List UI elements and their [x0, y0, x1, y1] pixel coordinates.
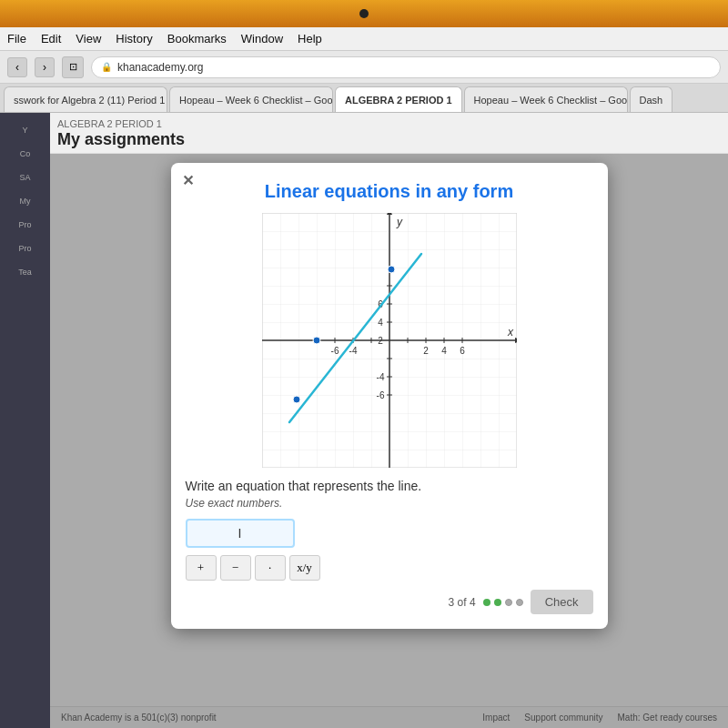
browser-content: Y Co SA My Pro Pro Tea ALGEBRA 2 PERIOD …	[0, 113, 728, 728]
svg-text:-4: -4	[376, 372, 384, 382]
svg-point-32	[313, 337, 320, 344]
answer-input[interactable]: I	[186, 519, 295, 548]
sidebar-item-my[interactable]: My	[0, 191, 50, 211]
forward-button[interactable]: ›	[35, 57, 55, 77]
menu-edit[interactable]: Edit	[41, 32, 61, 46]
sidebar-item-pro1[interactable]: Pro	[0, 215, 50, 235]
progress-text: 3 of 4	[449, 596, 476, 609]
svg-text:6: 6	[460, 346, 465, 356]
menu-history[interactable]: History	[116, 32, 152, 46]
menu-file[interactable]: File	[7, 32, 26, 46]
svg-marker-4	[515, 338, 517, 343]
math-minus-button[interactable]: −	[220, 555, 251, 581]
svg-text:y: y	[396, 216, 403, 228]
svg-text:-4: -4	[349, 346, 357, 356]
page-main-content: ✕ Linear equations in any form	[50, 154, 728, 728]
svg-text:4: 4	[441, 346, 447, 356]
svg-point-34	[293, 396, 300, 403]
page-subheading: ALGEBRA 2 PERIOD 1	[57, 118, 162, 129]
tabs-row: sswork for Algebra 2 (11) Period 1 Hopea…	[0, 84, 728, 113]
svg-point-33	[388, 266, 395, 273]
math-multiply-button[interactable]: ·	[255, 555, 286, 581]
tab-4[interactable]: Dash	[630, 86, 673, 112]
modal: ✕ Linear equations in any form	[171, 163, 608, 629]
menu-window[interactable]: Window	[241, 32, 283, 46]
graph-svg: -6 -4 2 4 6 6 4 2 -4 -6 x	[262, 213, 517, 468]
progress-dots	[483, 599, 523, 606]
address-text: khanacademy.org	[117, 61, 204, 74]
sidebar-item-sa[interactable]: SA	[0, 167, 50, 187]
tab-overview-button[interactable]: ⊡	[62, 56, 84, 78]
svg-text:2: 2	[378, 336, 383, 346]
back-button[interactable]: ‹	[7, 57, 27, 77]
sidebar-item-co[interactable]: Co	[0, 144, 50, 164]
page-heading: ALGEBRA 2 PERIOD 1 My assignments	[50, 113, 728, 154]
camera-bar	[0, 0, 728, 27]
graph-container: -6 -4 2 4 6 6 4 2 -4 -6 x	[186, 213, 593, 468]
math-fraction-button[interactable]: x/y	[289, 555, 320, 581]
tab-0[interactable]: sswork for Algebra 2 (11) Period 1	[4, 86, 167, 112]
svg-text:4: 4	[378, 318, 383, 328]
menu-bookmarks[interactable]: Bookmarks	[167, 32, 227, 46]
check-button[interactable]: Check	[531, 590, 593, 614]
menu-help[interactable]: Help	[298, 32, 322, 46]
tab-2[interactable]: ALGEBRA 2 PERIOD 1	[335, 86, 462, 112]
modal-close-button[interactable]: ✕	[182, 172, 194, 189]
modal-footer: 3 of 4 Check	[186, 590, 593, 614]
dot-3	[505, 599, 512, 606]
camera-dot	[359, 9, 369, 18]
page-area: ALGEBRA 2 PERIOD 1 My assignments ✕ Line…	[50, 113, 728, 728]
page-title: My assignments	[57, 130, 185, 148]
modal-overlay: ✕ Linear equations in any form	[50, 154, 728, 728]
sidebar-item-tea[interactable]: Tea	[0, 262, 50, 282]
svg-text:x: x	[507, 326, 514, 339]
sidebar-item-y[interactable]: Y	[0, 120, 50, 140]
svg-text:-6: -6	[330, 346, 339, 356]
dot-1	[483, 599, 490, 606]
lock-icon: 🔒	[101, 62, 112, 72]
svg-marker-5	[387, 213, 392, 215]
tab-1[interactable]: Hopeau – Week 6 Checklist – Google Docs	[169, 86, 333, 112]
menu-bar: File Edit View History Bookmarks Window …	[0, 27, 728, 51]
question-text: Write an equation that represents the li…	[186, 479, 593, 493]
math-plus-button[interactable]: +	[186, 555, 217, 581]
dot-4	[516, 599, 523, 606]
dot-2	[494, 599, 501, 606]
nav-bar: ‹ › ⊡ 🔒 khanacademy.org	[0, 51, 728, 84]
sidebar: Y Co SA My Pro Pro Tea	[0, 113, 50, 728]
answer-cursor: I	[238, 526, 242, 541]
tab-3[interactable]: Hopeau – Week 6 Checklist – Google Docs	[464, 86, 628, 112]
question-subtext: Use exact numbers.	[186, 497, 593, 510]
menu-view[interactable]: View	[76, 32, 101, 46]
svg-text:2: 2	[423, 346, 429, 356]
svg-text:-6: -6	[376, 390, 384, 400]
address-bar[interactable]: 🔒 khanacademy.org	[91, 56, 721, 78]
modal-title: Linear equations in any form	[186, 181, 593, 202]
math-buttons: + − · x/y	[186, 555, 593, 581]
sidebar-item-pro2[interactable]: Pro	[0, 238, 50, 258]
